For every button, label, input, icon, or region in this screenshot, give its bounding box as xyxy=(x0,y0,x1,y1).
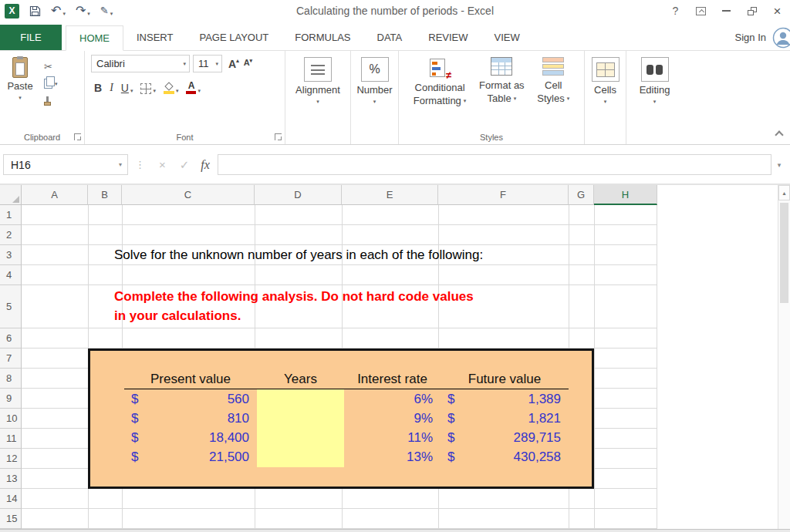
cell-F10[interactable]: $ 1,821 xyxy=(441,409,569,428)
tab-home[interactable]: HOME xyxy=(66,25,123,51)
row-header-14[interactable]: 14 xyxy=(0,489,22,509)
cell-E9[interactable]: 6% xyxy=(344,389,441,409)
input-cells-years-D9-D12[interactable] xyxy=(257,389,344,467)
tab-insert[interactable]: INSERT xyxy=(123,25,186,50)
cell-C5-warning[interactable]: Complete the following analysis. Do not … xyxy=(114,287,474,325)
font-dialog-launcher[interactable] xyxy=(275,133,282,140)
decrease-font-size-button[interactable]: A▾ xyxy=(244,58,252,67)
borders-button[interactable]: ▾ xyxy=(140,83,156,94)
cut-button[interactable]: ✂ xyxy=(44,61,58,72)
bold-button[interactable]: B xyxy=(94,82,102,94)
restore-button[interactable] xyxy=(739,0,765,22)
tab-file[interactable]: FILE xyxy=(0,25,62,50)
cell-F12[interactable]: $ 430,258 xyxy=(441,448,569,467)
chevron-down-icon[interactable]: ▾ xyxy=(183,60,186,67)
tab-formulas[interactable]: FORMULAS xyxy=(282,25,363,50)
formula-bar-expand-icon[interactable]: ▾ xyxy=(771,161,787,169)
chevron-down-icon[interactable]: ▾ xyxy=(653,98,657,105)
chevron-down-icon[interactable]: ▾ xyxy=(198,87,201,94)
row-header-3[interactable]: 3 xyxy=(0,245,22,265)
row-header-7[interactable]: 7 xyxy=(0,348,22,369)
paste-button[interactable]: Paste ▾ xyxy=(2,55,39,130)
row-header-12[interactable]: 12 xyxy=(0,449,22,469)
column-header-G[interactable]: G xyxy=(569,185,594,205)
italic-button[interactable]: I xyxy=(110,82,113,94)
cancel-entry-icon[interactable]: × xyxy=(159,158,166,171)
column-header-F[interactable]: F xyxy=(438,185,569,205)
chevron-down-icon[interactable]: ▾ xyxy=(55,80,58,87)
chevron-down-icon[interactable]: ▾ xyxy=(87,10,90,17)
editing-button[interactable]: Editing ▾ xyxy=(628,55,681,105)
alignment-button[interactable]: Alignment ▾ xyxy=(287,55,349,105)
redo-button[interactable]: ↷ ▾ xyxy=(76,5,90,17)
tab-data[interactable]: DATA xyxy=(364,25,416,50)
scrollbar-thumb[interactable] xyxy=(780,203,788,303)
cell-E11[interactable]: 11% xyxy=(344,429,441,448)
clipboard-dialog-launcher[interactable] xyxy=(74,133,81,140)
name-box[interactable]: H16 ▾ xyxy=(3,154,128,175)
row-header-2[interactable]: 2 xyxy=(0,225,22,245)
minimize-button[interactable] xyxy=(714,0,739,22)
column-header-H[interactable]: H xyxy=(594,185,657,205)
row-header-5[interactable]: 5 xyxy=(0,285,22,328)
scroll-up-icon[interactable]: ▴ xyxy=(778,185,790,200)
column-header-B[interactable]: B xyxy=(88,185,122,205)
row-header-13[interactable]: 13 xyxy=(0,469,22,489)
chevron-down-icon[interactable]: ▾ xyxy=(604,98,607,105)
number-button[interactable]: % Number ▾ xyxy=(353,55,397,105)
row-header-4[interactable]: 4 xyxy=(0,265,22,285)
underline-button[interactable]: U ▾ xyxy=(121,82,133,94)
cell-C9[interactable]: $ 560 xyxy=(124,389,257,409)
chevron-down-icon[interactable]: ▾ xyxy=(110,10,113,17)
table-header-present-value[interactable]: Present value xyxy=(124,370,257,389)
conditional-formatting-button[interactable]: ≠ Conditional Formatting ▾ xyxy=(414,55,467,130)
chevron-down-icon[interactable]: ▾ xyxy=(373,98,376,105)
chevron-down-icon[interactable]: ▾ xyxy=(19,94,22,101)
chevron-down-icon[interactable]: ▾ xyxy=(514,95,517,102)
chevron-down-icon[interactable]: ▾ xyxy=(130,87,133,94)
user-account-icon[interactable] xyxy=(772,27,790,49)
chevron-down-icon[interactable]: ▾ xyxy=(464,97,467,104)
collapse-ribbon-icon[interactable] xyxy=(775,130,783,139)
ribbon-display-options-button[interactable] xyxy=(688,0,714,22)
save-button[interactable] xyxy=(29,5,41,17)
chevron-down-icon[interactable]: ▾ xyxy=(113,161,127,168)
chevron-down-icon[interactable]: ▾ xyxy=(567,95,570,102)
vertical-scrollbar[interactable]: ▴ xyxy=(778,185,790,529)
chevron-down-icon[interactable]: ▾ xyxy=(176,87,179,94)
cell-styles-button[interactable]: Cell Styles ▾ xyxy=(537,55,569,130)
chevron-down-icon[interactable]: ▾ xyxy=(316,98,319,105)
font-color-button[interactable]: A ▾ xyxy=(186,82,201,94)
chevron-down-icon[interactable]: ▾ xyxy=(215,60,218,67)
close-button[interactable]: × xyxy=(765,0,790,22)
customize-qat-button[interactable]: ✎ ▾ xyxy=(100,5,113,17)
undo-button[interactable]: ↶ ▾ xyxy=(51,5,66,17)
cell-C10[interactable]: $ 810 xyxy=(124,409,257,428)
tab-review[interactable]: REVIEW xyxy=(415,25,481,50)
insert-function-button[interactable]: fx xyxy=(201,158,210,172)
cell-C3-instruction[interactable]: Solve for the unknown number of years in… xyxy=(114,245,483,265)
row-header-1[interactable]: 1 xyxy=(0,205,22,225)
formula-input[interactable] xyxy=(218,154,771,175)
name-box-resize-handle[interactable]: ⋮ xyxy=(135,159,145,170)
row-header-15[interactable]: 15 xyxy=(0,509,22,529)
cell-E12[interactable]: 13% xyxy=(344,448,441,467)
confirm-entry-icon[interactable]: ✓ xyxy=(180,158,190,172)
cell-F9[interactable]: $ 1,389 xyxy=(441,389,569,409)
column-header-E[interactable]: E xyxy=(342,185,438,205)
tab-page-layout[interactable]: PAGE LAYOUT xyxy=(186,25,282,50)
table-header-interest-rate[interactable]: Interest rate xyxy=(344,370,441,389)
cell-grid[interactable]: Solve for the unknown number of years in… xyxy=(22,205,657,529)
column-header-D[interactable]: D xyxy=(255,185,342,205)
copy-button[interactable]: ▾ xyxy=(44,78,58,89)
column-header-C[interactable]: C xyxy=(122,185,255,205)
fill-color-button[interactable]: ▾ xyxy=(164,82,179,94)
select-all-corner[interactable] xyxy=(0,185,22,205)
font-name-select[interactable]: Calibri ▾ xyxy=(91,55,190,72)
table-header-years[interactable]: Years xyxy=(257,370,344,389)
format-painter-button[interactable] xyxy=(44,95,58,106)
cells-button[interactable]: Cells ▾ xyxy=(586,55,624,105)
row-header-9[interactable]: 9 xyxy=(0,389,22,409)
row-header-10[interactable]: 10 xyxy=(0,409,22,429)
increase-font-size-button[interactable]: A▴ xyxy=(228,58,239,70)
